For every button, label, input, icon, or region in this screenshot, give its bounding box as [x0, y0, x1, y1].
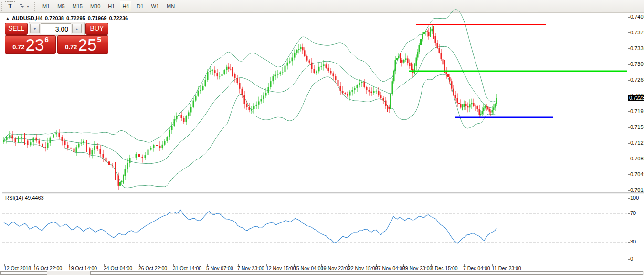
- price-axis-label: 0.70130: [630, 187, 644, 193]
- ohlc-open: 0.72038: [45, 15, 64, 21]
- chart-title: ▲ AUDUSD,H4 0.72038 0.72295 0.71969 0.72…: [6, 15, 128, 21]
- price-axis-label: 0.73000: [630, 61, 644, 67]
- ask-price-pipette: 5: [97, 35, 101, 43]
- mt4-window: T ▼ M1M5M15M30H1H4D1W1MN ▲ AUDUSD,H4 0.7…: [0, 0, 644, 275]
- rsi-axis-label: 70: [630, 210, 636, 216]
- status-bar: [0, 271, 644, 275]
- rsi-axis-label: 100: [630, 195, 639, 201]
- volume-input[interactable]: [41, 23, 71, 34]
- horizontal-scrollbar[interactable]: [90, 271, 643, 275]
- price-axis-label: 0.71210: [630, 140, 644, 146]
- sell-price-button[interactable]: 0.72 23 6: [5, 35, 56, 54]
- sell-button-label: SELL: [7, 24, 26, 33]
- ask-price-prefix: 0.72: [65, 43, 77, 51]
- rsi-axis-label: 30: [630, 239, 636, 244]
- price-axis-label: 0.73360: [630, 45, 644, 51]
- buy-button[interactable]: BUY: [85, 23, 108, 35]
- symbol-period-label: AUDUSD,H4: [12, 15, 42, 21]
- bid-price-prefix: 0.72: [12, 43, 24, 51]
- price-axis-label: 0.71920: [630, 108, 644, 114]
- ohlc-low: 0.71969: [88, 15, 107, 21]
- status-segment: [0, 271, 47, 275]
- price-axis-label: 0.72640: [630, 77, 644, 83]
- buy-button-label: BUY: [89, 24, 106, 33]
- price-axis-label: 0.71560: [630, 124, 644, 130]
- rsi-axis-label: 0: [630, 256, 633, 262]
- buy-price-button[interactable]: 0.72 25 5: [57, 35, 108, 54]
- sell-button[interactable]: SELL: [5, 23, 28, 35]
- rsi-line: [4, 210, 496, 244]
- ohlc-high: 0.72295: [66, 15, 85, 21]
- axis-ticks: [5, 17, 630, 266]
- bid-price-pipette: 6: [44, 35, 48, 43]
- price-axis-label: 0.73720: [630, 30, 644, 35]
- volume-increase-button[interactable]: ▲: [72, 24, 82, 33]
- price-axis-label: 0.70850: [630, 156, 644, 161]
- price-axis-label: 0.74080: [630, 14, 644, 20]
- collapse-trade-panel-icon[interactable]: ▲: [6, 16, 10, 21]
- price-axis-label: 0.70490: [630, 171, 644, 177]
- current-price-tag: 0.72236: [628, 95, 644, 101]
- ask-price-big: 25: [78, 36, 97, 53]
- rsi-indicator-label: RSI(14) 49.4463: [5, 195, 44, 201]
- ohlc-close: 0.72236: [109, 15, 128, 21]
- volume-decrease-button[interactable]: ▼: [30, 24, 40, 33]
- bid-price-big: 23: [26, 36, 44, 53]
